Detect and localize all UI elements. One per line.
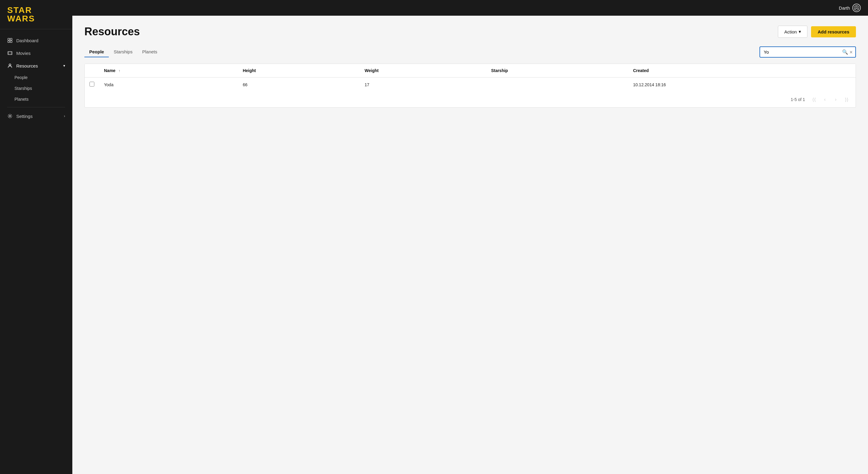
tab-starships[interactable]: Starships [109, 47, 137, 57]
row-checkbox-cell[interactable] [85, 78, 99, 92]
tab-people-label: People [89, 49, 104, 54]
header-starship-label: Starship [491, 68, 508, 73]
tabs-search-row: People Starships Planets 🔍 ✕ [84, 47, 856, 58]
page-next-button[interactable]: › [832, 95, 840, 104]
svg-rect-1 [10, 38, 12, 40]
sidebar-item-movies-label: Movies [16, 51, 31, 56]
page-title: Resources [84, 25, 140, 38]
header-name-label: Name [104, 68, 116, 73]
header-actions: Action ▾ Add resources [778, 26, 856, 38]
username: Darth [839, 5, 850, 10]
svg-point-7 [9, 64, 11, 66]
header-created: Created [628, 64, 856, 78]
topbar: Darth [72, 0, 868, 16]
tab-planets[interactable]: Planets [137, 47, 162, 57]
sidebar-item-movies[interactable]: Movies [0, 47, 72, 59]
people-table: Name ↑ Height Weight Starship [85, 64, 856, 92]
logo: STAR WARS [0, 0, 72, 29]
table-row: Yoda 66 17 10.12.2014 18:16 [85, 78, 856, 92]
tab-starships-label: Starships [114, 49, 133, 54]
page-header: Resources Action ▾ Add resources [84, 25, 856, 38]
action-dropdown-icon: ▾ [799, 29, 801, 34]
resources-chevron-icon: ▾ [63, 64, 65, 68]
data-table: Name ↑ Height Weight Starship [84, 64, 856, 108]
pagination-info: 1-5 of 1 [791, 97, 805, 102]
row-weight: 17 [360, 78, 487, 92]
sidebar-item-people[interactable]: People [0, 72, 72, 83]
search-clear-icon[interactable]: ✕ [849, 50, 853, 55]
header-weight: Weight [360, 64, 487, 78]
header-weight-label: Weight [365, 68, 378, 73]
header-name[interactable]: Name ↑ [99, 64, 238, 78]
sidebar-item-people-label: People [14, 75, 28, 80]
page-prev-button[interactable]: ‹ [821, 95, 829, 104]
svg-rect-3 [10, 41, 12, 42]
svg-point-8 [9, 116, 11, 117]
sidebar-item-settings[interactable]: Settings › [0, 110, 72, 122]
row-created: 10.12.2014 18:16 [628, 78, 856, 92]
row-name: Yoda [99, 78, 238, 92]
header-checkbox-col [85, 64, 99, 78]
main-content: Darth Resources Action ▾ Add resources [72, 0, 868, 474]
settings-chevron-icon: › [64, 114, 65, 118]
header-starship: Starship [486, 64, 628, 78]
tabs-bar: People Starships Planets [84, 47, 162, 57]
add-resources-label: Add resources [818, 29, 849, 34]
sidebar-item-planets-label: Planets [14, 97, 29, 101]
svg-rect-2 [8, 41, 10, 42]
dashboard-icon [7, 38, 13, 43]
search-icons: 🔍 ✕ [842, 49, 853, 55]
sidebar-nav: Dashboard Movies Resources ▾ [0, 29, 72, 468]
header-created-label: Created [633, 68, 649, 73]
tab-people[interactable]: People [84, 47, 109, 57]
row-starship [486, 78, 628, 92]
user-menu[interactable]: Darth [839, 4, 861, 12]
search-input[interactable] [760, 47, 856, 58]
svg-point-10 [856, 6, 858, 8]
search-wrapper: 🔍 ✕ [760, 47, 856, 58]
svg-rect-4 [8, 52, 12, 55]
tab-planets-label: Planets [142, 49, 157, 54]
star-wars-logo: STAR WARS [7, 6, 65, 23]
sidebar-item-resources[interactable]: Resources ▾ [0, 59, 72, 72]
action-button[interactable]: Action ▾ [778, 26, 807, 38]
page-first-button[interactable]: ⟨⟨ [810, 95, 818, 104]
logo-line1: STAR [7, 6, 65, 14]
movies-icon [7, 50, 13, 56]
sidebar-item-planets[interactable]: Planets [0, 94, 72, 105]
header-height-label: Height [243, 68, 256, 73]
sidebar-item-starships-label: Starships [14, 86, 32, 91]
sidebar-item-starships[interactable]: Starships [0, 83, 72, 94]
resources-icon [7, 63, 13, 68]
user-avatar-icon [852, 4, 861, 12]
sidebar-item-dashboard[interactable]: Dashboard [0, 34, 72, 47]
logo-line2: WARS [7, 14, 65, 23]
svg-rect-0 [8, 38, 10, 40]
content-area: Resources Action ▾ Add resources People … [72, 16, 868, 474]
row-height: 66 [238, 78, 360, 92]
search-icon[interactable]: 🔍 [842, 49, 848, 55]
name-sort-icon: ↑ [119, 69, 120, 73]
pagination: 1-5 of 1 ⟨⟨ ‹ › ⟩⟩ [85, 92, 856, 107]
sidebar-item-settings-label: Settings [16, 114, 33, 119]
sidebar-item-resources-label: Resources [16, 63, 38, 68]
sidebar: STAR WARS Dashboard [0, 0, 72, 474]
header-height: Height [238, 64, 360, 78]
row-checkbox[interactable] [90, 82, 94, 87]
page-last-button[interactable]: ⟩⟩ [842, 95, 851, 104]
action-button-label: Action [784, 29, 797, 34]
add-resources-button[interactable]: Add resources [811, 26, 856, 37]
sidebar-item-dashboard-label: Dashboard [16, 38, 38, 43]
settings-icon [7, 113, 13, 119]
table-header-row: Name ↑ Height Weight Starship [85, 64, 856, 78]
